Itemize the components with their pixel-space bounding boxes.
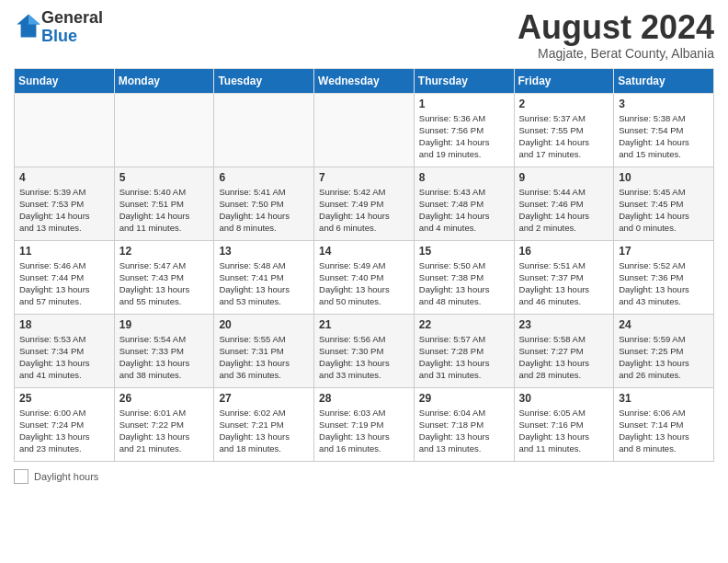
- calendar-cell: 25Sunrise: 6:00 AM Sunset: 7:24 PM Dayli…: [15, 387, 115, 461]
- calendar-cell: 1Sunrise: 5:36 AM Sunset: 7:56 PM Daylig…: [414, 93, 514, 167]
- day-number: 7: [319, 171, 409, 184]
- day-number: 17: [619, 245, 709, 258]
- day-number: 5: [119, 171, 210, 184]
- day-number: 25: [19, 392, 109, 405]
- calendar-cell: [214, 93, 314, 167]
- calendar-cell: 19Sunrise: 5:54 AM Sunset: 7:33 PM Dayli…: [114, 314, 214, 387]
- calendar-cell: 6Sunrise: 5:41 AM Sunset: 7:50 PM Daylig…: [214, 167, 314, 240]
- calendar-footer: Daylight hours: [14, 469, 714, 484]
- svg-marker-1: [28, 14, 40, 24]
- calendar-cell: 22Sunrise: 5:57 AM Sunset: 7:28 PM Dayli…: [414, 314, 514, 387]
- day-info: Sunrise: 6:03 AM Sunset: 7:19 PM Dayligh…: [319, 407, 409, 455]
- day-info: Sunrise: 5:40 AM Sunset: 7:51 PM Dayligh…: [119, 186, 210, 235]
- day-number: 27: [219, 392, 309, 405]
- calendar-cell: 23Sunrise: 5:58 AM Sunset: 7:27 PM Dayli…: [514, 314, 614, 387]
- month-title: August 2024: [518, 9, 714, 46]
- day-number: 19: [119, 318, 210, 331]
- calendar-cell: 4Sunrise: 5:39 AM Sunset: 7:53 PM Daylig…: [15, 167, 115, 240]
- day-number: 12: [119, 245, 210, 258]
- day-number: 21: [319, 318, 409, 331]
- calendar-cell: 12Sunrise: 5:47 AM Sunset: 7:43 PM Dayli…: [114, 240, 214, 314]
- day-number: 15: [419, 245, 509, 258]
- calendar-week-row: 1Sunrise: 5:36 AM Sunset: 7:56 PM Daylig…: [15, 93, 714, 167]
- calendar-cell: 15Sunrise: 5:50 AM Sunset: 7:38 PM Dayli…: [414, 240, 514, 314]
- day-info: Sunrise: 5:44 AM Sunset: 7:46 PM Dayligh…: [519, 186, 609, 235]
- calendar-cell: 2Sunrise: 5:37 AM Sunset: 7:55 PM Daylig…: [514, 93, 614, 167]
- day-info: Sunrise: 5:47 AM Sunset: 7:43 PM Dayligh…: [119, 259, 210, 308]
- day-info: Sunrise: 5:53 AM Sunset: 7:34 PM Dayligh…: [19, 333, 109, 382]
- day-number: 29: [419, 392, 509, 405]
- logo-general: General: [41, 8, 103, 27]
- day-header-friday: Friday: [514, 68, 614, 93]
- day-number: 8: [419, 171, 509, 184]
- calendar-cell: 31Sunrise: 6:06 AM Sunset: 7:14 PM Dayli…: [614, 387, 714, 461]
- day-info: Sunrise: 5:41 AM Sunset: 7:50 PM Dayligh…: [219, 186, 309, 235]
- day-number: 1: [419, 98, 509, 110]
- day-number: 18: [19, 318, 109, 331]
- calendar-cell: 17Sunrise: 5:52 AM Sunset: 7:36 PM Dayli…: [614, 240, 714, 314]
- day-number: 30: [519, 392, 609, 405]
- day-info: Sunrise: 5:51 AM Sunset: 7:37 PM Dayligh…: [519, 259, 609, 308]
- day-info: Sunrise: 5:36 AM Sunset: 7:56 PM Dayligh…: [419, 112, 509, 161]
- calendar-cell: 7Sunrise: 5:42 AM Sunset: 7:49 PM Daylig…: [314, 167, 415, 240]
- logo-icon: [16, 13, 41, 39]
- day-header-wednesday: Wednesday: [314, 68, 415, 93]
- day-info: Sunrise: 5:58 AM Sunset: 7:27 PM Dayligh…: [519, 333, 609, 382]
- day-info: Sunrise: 5:54 AM Sunset: 7:33 PM Dayligh…: [119, 333, 210, 382]
- day-info: Sunrise: 5:50 AM Sunset: 7:38 PM Dayligh…: [419, 259, 509, 308]
- day-number: 31: [619, 392, 709, 405]
- footer-label: Daylight hours: [34, 471, 98, 482]
- logo-text: General Blue: [41, 9, 103, 46]
- calendar-cell: 28Sunrise: 6:03 AM Sunset: 7:19 PM Dayli…: [314, 387, 415, 461]
- calendar-cell: 13Sunrise: 5:48 AM Sunset: 7:41 PM Dayli…: [214, 240, 314, 314]
- day-info: Sunrise: 6:00 AM Sunset: 7:24 PM Dayligh…: [19, 407, 109, 455]
- day-header-tuesday: Tuesday: [214, 68, 314, 93]
- calendar-cell: 18Sunrise: 5:53 AM Sunset: 7:34 PM Dayli…: [15, 314, 115, 387]
- calendar-cell: 10Sunrise: 5:45 AM Sunset: 7:45 PM Dayli…: [614, 167, 714, 240]
- calendar-cell: 14Sunrise: 5:49 AM Sunset: 7:40 PM Dayli…: [314, 240, 415, 314]
- calendar-week-row: 25Sunrise: 6:00 AM Sunset: 7:24 PM Dayli…: [15, 387, 714, 461]
- location-subtitle: Magjate, Berat County, Albania: [518, 46, 714, 61]
- calendar-cell: 21Sunrise: 5:56 AM Sunset: 7:30 PM Dayli…: [314, 314, 415, 387]
- day-header-saturday: Saturday: [614, 68, 714, 93]
- day-number: 4: [19, 171, 109, 184]
- calendar-cell: [114, 93, 214, 167]
- calendar-cell: [314, 93, 415, 167]
- day-info: Sunrise: 5:49 AM Sunset: 7:40 PM Dayligh…: [319, 259, 409, 308]
- day-number: 3: [619, 98, 709, 110]
- calendar-header-row: SundayMondayTuesdayWednesdayThursdayFrid…: [15, 68, 714, 93]
- calendar-cell: 11Sunrise: 5:46 AM Sunset: 7:44 PM Dayli…: [15, 240, 115, 314]
- day-info: Sunrise: 5:38 AM Sunset: 7:54 PM Dayligh…: [619, 112, 709, 161]
- calendar-week-row: 4Sunrise: 5:39 AM Sunset: 7:53 PM Daylig…: [15, 167, 714, 240]
- day-info: Sunrise: 5:59 AM Sunset: 7:25 PM Dayligh…: [619, 333, 709, 382]
- logo-blue: Blue: [41, 27, 77, 45]
- day-number: 28: [319, 392, 409, 405]
- day-number: 16: [519, 245, 609, 258]
- calendar-cell: 8Sunrise: 5:43 AM Sunset: 7:48 PM Daylig…: [414, 167, 514, 240]
- day-number: 2: [519, 98, 609, 110]
- calendar-cell: 9Sunrise: 5:44 AM Sunset: 7:46 PM Daylig…: [514, 167, 614, 240]
- day-info: Sunrise: 6:04 AM Sunset: 7:18 PM Dayligh…: [419, 407, 509, 455]
- day-info: Sunrise: 6:06 AM Sunset: 7:14 PM Dayligh…: [619, 407, 709, 455]
- day-number: 24: [619, 318, 709, 331]
- calendar-table: SundayMondayTuesdayWednesdayThursdayFrid…: [14, 68, 714, 462]
- day-number: 11: [19, 245, 109, 258]
- page-header: General Blue August 2024 Magjate, Berat …: [14, 9, 714, 61]
- day-header-monday: Monday: [114, 68, 214, 93]
- day-info: Sunrise: 5:48 AM Sunset: 7:41 PM Dayligh…: [219, 259, 309, 308]
- day-header-sunday: Sunday: [15, 68, 115, 93]
- day-info: Sunrise: 5:37 AM Sunset: 7:55 PM Dayligh…: [519, 112, 609, 161]
- day-info: Sunrise: 5:56 AM Sunset: 7:30 PM Dayligh…: [319, 333, 409, 382]
- day-number: 26: [119, 392, 210, 405]
- calendar-cell: 3Sunrise: 5:38 AM Sunset: 7:54 PM Daylig…: [614, 93, 714, 167]
- calendar-cell: 16Sunrise: 5:51 AM Sunset: 7:37 PM Dayli…: [514, 240, 614, 314]
- day-number: 23: [519, 318, 609, 331]
- day-info: Sunrise: 6:05 AM Sunset: 7:16 PM Dayligh…: [519, 407, 609, 455]
- calendar-cell: 24Sunrise: 5:59 AM Sunset: 7:25 PM Dayli…: [614, 314, 714, 387]
- day-number: 22: [419, 318, 509, 331]
- day-number: 10: [619, 171, 709, 184]
- calendar-week-row: 18Sunrise: 5:53 AM Sunset: 7:34 PM Dayli…: [15, 314, 714, 387]
- day-info: Sunrise: 5:57 AM Sunset: 7:28 PM Dayligh…: [419, 333, 509, 382]
- day-number: 6: [219, 171, 309, 184]
- day-header-thursday: Thursday: [414, 68, 514, 93]
